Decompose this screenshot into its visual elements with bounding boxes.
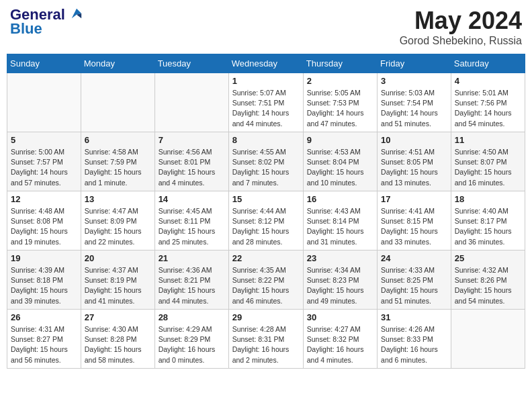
calendar-day-cell: 2Sunrise: 5:05 AMSunset: 7:53 PMDaylight… bbox=[303, 73, 377, 132]
day-number: 13 bbox=[85, 194, 151, 204]
day-info: Sunrise: 4:28 AMSunset: 8:31 PMDaylight:… bbox=[232, 324, 300, 365]
day-number: 6 bbox=[85, 135, 151, 145]
day-number: 8 bbox=[232, 135, 300, 145]
logo: General Blue bbox=[10, 7, 83, 38]
title-area: May 2024 Gorod Shebekino, Russia bbox=[400, 7, 522, 47]
day-number: 2 bbox=[307, 76, 373, 86]
sunrise-text: Sunrise: 4:28 AM bbox=[232, 324, 300, 334]
daylight-text: Daylight: 16 hours and 6 minutes. bbox=[381, 345, 447, 365]
day-info: Sunrise: 4:37 AMSunset: 8:19 PMDaylight:… bbox=[85, 265, 151, 306]
sunset-text: Sunset: 8:12 PM bbox=[232, 216, 300, 226]
weekday-header-wednesday: Wednesday bbox=[228, 54, 303, 73]
daylight-text: Daylight: 14 hours and 47 minutes. bbox=[307, 108, 373, 128]
weekday-header-monday: Monday bbox=[81, 54, 154, 73]
sunrise-text: Sunrise: 4:27 AM bbox=[307, 324, 373, 334]
sunrise-text: Sunrise: 4:41 AM bbox=[381, 206, 447, 216]
daylight-text: Daylight: 14 hours and 51 minutes. bbox=[381, 108, 447, 128]
weekday-header-friday: Friday bbox=[378, 54, 451, 73]
sunrise-text: Sunrise: 4:35 AM bbox=[232, 265, 300, 275]
sunrise-text: Sunrise: 5:00 AM bbox=[11, 147, 77, 157]
sunset-text: Sunset: 7:54 PM bbox=[381, 98, 447, 108]
day-info: Sunrise: 4:40 AMSunset: 8:17 PMDaylight:… bbox=[455, 206, 521, 247]
calendar-day-cell: 11Sunrise: 4:50 AMSunset: 8:07 PMDayligh… bbox=[451, 132, 525, 191]
sunset-text: Sunset: 8:26 PM bbox=[455, 275, 521, 285]
daylight-text: Daylight: 14 hours and 44 minutes. bbox=[232, 108, 300, 128]
calendar-day-cell: 10Sunrise: 4:51 AMSunset: 8:05 PMDayligh… bbox=[378, 132, 451, 191]
calendar-day-cell: 9Sunrise: 4:53 AMSunset: 8:04 PMDaylight… bbox=[303, 132, 377, 191]
calendar-day-cell: 25Sunrise: 4:32 AMSunset: 8:26 PMDayligh… bbox=[451, 250, 525, 310]
sunrise-text: Sunrise: 4:31 AM bbox=[11, 324, 77, 334]
day-number: 24 bbox=[381, 253, 447, 263]
daylight-text: Daylight: 15 hours and 1 minute. bbox=[85, 167, 151, 187]
weekday-header-tuesday: Tuesday bbox=[154, 54, 228, 73]
day-info: Sunrise: 4:47 AMSunset: 8:09 PMDaylight:… bbox=[85, 206, 151, 247]
sunrise-text: Sunrise: 4:34 AM bbox=[307, 265, 373, 275]
calendar-day-cell: 29Sunrise: 4:28 AMSunset: 8:31 PMDayligh… bbox=[228, 310, 303, 369]
sunrise-text: Sunrise: 4:39 AM bbox=[11, 265, 77, 275]
daylight-text: Daylight: 15 hours and 22 minutes. bbox=[85, 226, 151, 246]
day-info: Sunrise: 4:36 AMSunset: 8:21 PMDaylight:… bbox=[159, 265, 225, 306]
day-info: Sunrise: 4:34 AMSunset: 8:23 PMDaylight:… bbox=[307, 265, 373, 306]
calendar-day-cell: 20Sunrise: 4:37 AMSunset: 8:19 PMDayligh… bbox=[81, 250, 154, 310]
calendar-week-row: 5Sunrise: 5:00 AMSunset: 7:57 PMDaylight… bbox=[7, 132, 525, 191]
day-info: Sunrise: 5:03 AMSunset: 7:54 PMDaylight:… bbox=[381, 88, 447, 129]
sunset-text: Sunset: 8:15 PM bbox=[381, 216, 447, 226]
sunset-text: Sunset: 8:22 PM bbox=[232, 275, 300, 285]
day-info: Sunrise: 5:05 AMSunset: 7:53 PMDaylight:… bbox=[307, 88, 373, 129]
sunset-text: Sunset: 7:53 PM bbox=[307, 98, 373, 108]
sunset-text: Sunset: 7:51 PM bbox=[232, 98, 300, 108]
sunrise-text: Sunrise: 4:58 AM bbox=[85, 147, 151, 157]
sunrise-text: Sunrise: 4:30 AM bbox=[85, 324, 151, 334]
day-number: 27 bbox=[85, 312, 151, 322]
sunset-text: Sunset: 8:05 PM bbox=[381, 157, 447, 167]
sunrise-text: Sunrise: 5:07 AM bbox=[232, 88, 300, 98]
sunset-text: Sunset: 8:29 PM bbox=[159, 334, 225, 345]
daylight-text: Daylight: 15 hours and 39 minutes. bbox=[11, 285, 77, 306]
sunrise-text: Sunrise: 4:43 AM bbox=[307, 206, 373, 216]
daylight-text: Daylight: 15 hours and 28 minutes. bbox=[232, 226, 300, 246]
daylight-text: Daylight: 15 hours and 19 minutes. bbox=[11, 226, 77, 246]
daylight-text: Daylight: 15 hours and 10 minutes. bbox=[307, 167, 373, 187]
sunset-text: Sunset: 7:56 PM bbox=[455, 98, 521, 108]
day-number: 28 bbox=[159, 312, 225, 322]
sunset-text: Sunset: 8:01 PM bbox=[159, 157, 225, 167]
day-number: 23 bbox=[307, 253, 373, 263]
day-number: 10 bbox=[381, 135, 447, 145]
sunrise-text: Sunrise: 5:03 AM bbox=[381, 88, 447, 98]
calendar-empty-cell bbox=[7, 73, 81, 132]
sunset-text: Sunset: 7:59 PM bbox=[85, 157, 151, 167]
calendar-day-cell: 1Sunrise: 5:07 AMSunset: 7:51 PMDaylight… bbox=[228, 73, 303, 132]
sunset-text: Sunset: 8:33 PM bbox=[381, 334, 447, 345]
calendar-day-cell: 19Sunrise: 4:39 AMSunset: 8:18 PMDayligh… bbox=[7, 250, 81, 310]
day-number: 22 bbox=[232, 253, 300, 263]
sunrise-text: Sunrise: 4:47 AM bbox=[85, 206, 151, 216]
daylight-text: Daylight: 15 hours and 58 minutes. bbox=[85, 345, 151, 365]
day-info: Sunrise: 4:32 AMSunset: 8:26 PMDaylight:… bbox=[455, 265, 521, 306]
day-info: Sunrise: 4:51 AMSunset: 8:05 PMDaylight:… bbox=[381, 147, 447, 188]
sunset-text: Sunset: 8:09 PM bbox=[85, 216, 151, 226]
day-info: Sunrise: 4:35 AMSunset: 8:22 PMDaylight:… bbox=[232, 265, 300, 306]
sunrise-text: Sunrise: 4:33 AM bbox=[381, 265, 447, 275]
calendar-day-cell: 14Sunrise: 4:45 AMSunset: 8:11 PMDayligh… bbox=[154, 191, 228, 250]
day-info: Sunrise: 5:07 AMSunset: 7:51 PMDaylight:… bbox=[232, 88, 300, 129]
calendar-week-row: 12Sunrise: 4:48 AMSunset: 8:08 PMDayligh… bbox=[7, 191, 525, 250]
day-info: Sunrise: 4:55 AMSunset: 8:02 PMDaylight:… bbox=[232, 147, 300, 188]
calendar-day-cell: 12Sunrise: 4:48 AMSunset: 8:08 PMDayligh… bbox=[7, 191, 81, 250]
logo-icon bbox=[71, 7, 83, 19]
day-info: Sunrise: 4:39 AMSunset: 8:18 PMDaylight:… bbox=[11, 265, 77, 306]
weekday-header-row: SundayMondayTuesdayWednesdayThursdayFrid… bbox=[7, 54, 525, 73]
daylight-text: Daylight: 16 hours and 4 minutes. bbox=[307, 345, 373, 365]
daylight-text: Daylight: 15 hours and 51 minutes. bbox=[381, 285, 447, 306]
calendar-week-row: 1Sunrise: 5:07 AMSunset: 7:51 PMDaylight… bbox=[7, 73, 525, 132]
sunrise-text: Sunrise: 4:48 AM bbox=[11, 206, 77, 216]
day-number: 15 bbox=[232, 194, 300, 204]
sunrise-text: Sunrise: 4:36 AM bbox=[159, 265, 225, 275]
day-info: Sunrise: 4:48 AMSunset: 8:08 PMDaylight:… bbox=[11, 206, 77, 247]
daylight-text: Daylight: 15 hours and 46 minutes. bbox=[232, 285, 300, 306]
daylight-text: Daylight: 15 hours and 41 minutes. bbox=[85, 285, 151, 306]
calendar-day-cell: 24Sunrise: 4:33 AMSunset: 8:25 PMDayligh… bbox=[378, 250, 451, 310]
calendar-day-cell: 28Sunrise: 4:29 AMSunset: 8:29 PMDayligh… bbox=[154, 310, 228, 369]
day-number: 19 bbox=[11, 253, 77, 263]
daylight-text: Daylight: 15 hours and 16 minutes. bbox=[455, 167, 521, 187]
calendar-empty-cell bbox=[154, 73, 228, 132]
